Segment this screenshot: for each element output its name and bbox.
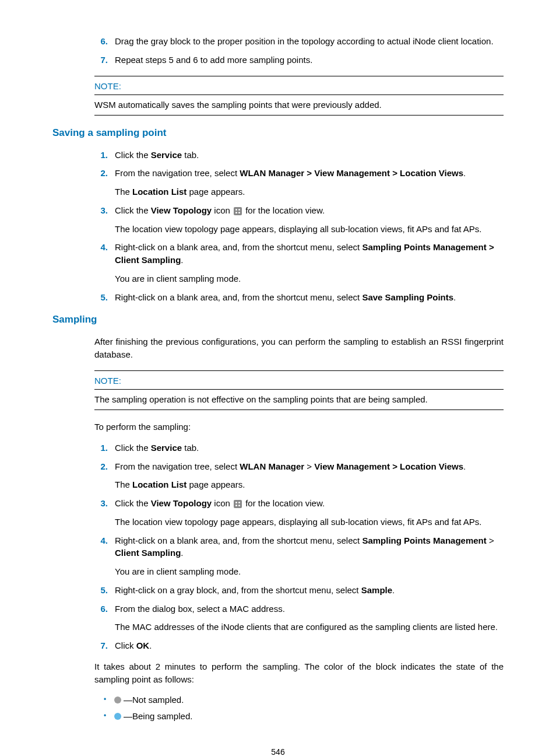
step-number: 4.: [90, 241, 108, 267]
note-label: NOTE:: [94, 76, 504, 96]
sec1-step-2: 2. From the navigation tree, select WLAN…: [52, 167, 504, 180]
step-number: 2.: [90, 460, 108, 473]
view-topology-icon: [234, 207, 242, 215]
sec1-step-5: 5. Right-click on a blank area, and, fro…: [52, 291, 504, 304]
step-number: 1.: [90, 149, 108, 162]
perf-step-2-sub: The Location List page appears.: [115, 478, 504, 491]
perf-step-5: 5. Right-click on a gray block, and, fro…: [52, 584, 504, 597]
sec1-step-3: 3. Click the View Topology icon for the …: [52, 204, 504, 217]
step-text: From the navigation tree, select WLAN Ma…: [115, 460, 504, 473]
step-text: Click OK.: [115, 639, 504, 652]
step-number: 1.: [90, 442, 108, 454]
outro-paragraph: It takes about 2 minutes to perform the …: [94, 660, 504, 686]
bullet-text: —Not sampled.: [114, 694, 504, 706]
view-topology-icon: [234, 500, 242, 508]
step-text: From the dialog box, select a MAC addres…: [115, 603, 504, 615]
step-text: Click the Service tab.: [115, 442, 504, 454]
perf-step-1: 1. Click the Service tab.: [52, 442, 504, 454]
step-text: Right-click on a blank area, and, from t…: [115, 291, 504, 304]
step-number: 3.: [90, 204, 108, 217]
note-body: WSM automatically saves the sampling poi…: [94, 95, 504, 116]
step-number: 6.: [90, 603, 108, 615]
step-number: 5.: [90, 584, 108, 597]
perf-step-3-sub: The location view topology page appears,…: [115, 516, 504, 528]
step-number: 2.: [90, 167, 108, 180]
step-number: 3.: [90, 497, 108, 510]
note-box: NOTE: WSM automatically saves the sampli…: [94, 76, 504, 116]
perf-step-4: 4. Right-click on a blank area, and, fro…: [52, 534, 504, 560]
bullet-being-sampled: • —Being sampled.: [104, 710, 504, 723]
perf-step-4-sub: You are in client sampling mode.: [115, 565, 504, 578]
gray-circle-icon: [114, 696, 121, 704]
step-text: Right-click on a blank area, and, from t…: [115, 534, 504, 560]
step-7: 7. Repeat steps 5 and 6 to add more samp…: [52, 54, 504, 66]
perf-step-6: 6. From the dialog box, select a MAC add…: [52, 603, 504, 615]
step-text: Right-click on a blank area, and, from t…: [115, 241, 504, 267]
sec1-step-4: 4. Right-click on a blank area, and, fro…: [52, 241, 504, 267]
sec1-step-1: 1. Click the Service tab.: [52, 149, 504, 162]
bullet-text: —Being sampled.: [114, 710, 504, 723]
perf-step-2: 2. From the navigation tree, select WLAN…: [52, 460, 504, 473]
sec1-step-3-sub: The location view topology page appears,…: [115, 223, 504, 236]
perf-step-7: 7. Click OK.: [52, 639, 504, 652]
step-text: Repeat steps 5 and 6 to add more samplin…: [115, 54, 504, 66]
sec1-step-2-sub: The Location List page appears.: [115, 186, 504, 198]
step-text: Click the View Topology icon for the loc…: [115, 204, 504, 217]
note-box: NOTE: The sampling operation is not effe…: [94, 370, 504, 411]
heading-saving-sampling-point: Saving a sampling point: [52, 126, 504, 141]
step-text: Drag the gray block to the proper positi…: [115, 35, 504, 48]
page-number: 546: [52, 746, 504, 756]
step-6: 6. Drag the gray block to the proper pos…: [52, 35, 504, 48]
step-text: From the navigation tree, select WLAN Ma…: [115, 167, 504, 180]
step-number: 4.: [90, 534, 108, 560]
sec1-step-4-sub: You are in client sampling mode.: [115, 272, 504, 285]
note-label: NOTE:: [94, 371, 504, 390]
perform-lead: To perform the sampling:: [94, 421, 504, 433]
step-number: 7.: [90, 639, 108, 652]
step-text: Click the Service tab.: [115, 149, 504, 162]
step-text: Click the View Topology icon for the loc…: [115, 497, 504, 510]
step-text: Right-click on a gray block, and, from t…: [115, 584, 504, 597]
step-number: 7.: [90, 54, 108, 66]
perf-step-6-sub: The MAC addresses of the iNode clients t…: [115, 621, 504, 634]
bullet-dot: •: [104, 711, 114, 721]
perf-step-3: 3. Click the View Topology icon for the …: [52, 497, 504, 510]
step-number: 5.: [90, 291, 108, 304]
sampling-intro: After finishing the previous configurati…: [94, 335, 504, 361]
bullet-not-sampled: • —Not sampled.: [104, 694, 504, 706]
bullet-dot: •: [104, 695, 114, 705]
heading-sampling: Sampling: [52, 313, 504, 327]
blue-circle-icon: [114, 713, 121, 720]
note-body: The sampling operation is not effective …: [94, 390, 504, 410]
step-number: 6.: [90, 35, 108, 48]
